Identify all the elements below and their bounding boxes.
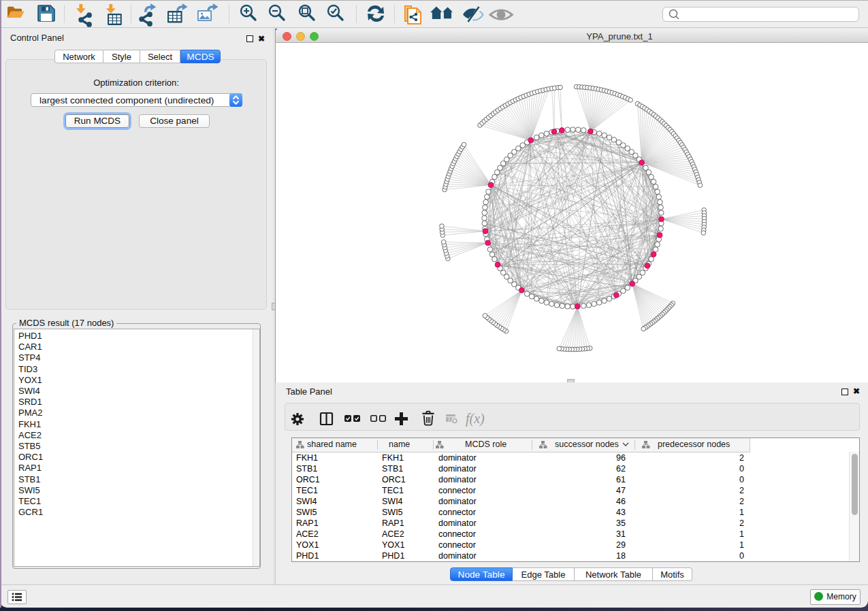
svg-text:f(x): f(x) xyxy=(466,411,485,427)
